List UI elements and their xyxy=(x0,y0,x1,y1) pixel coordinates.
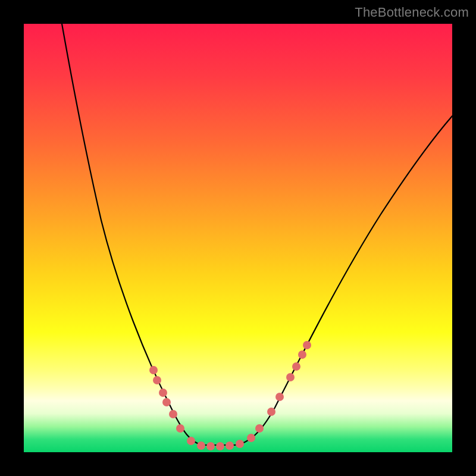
sample-dot xyxy=(149,366,158,374)
sample-dots-group xyxy=(149,341,311,450)
sample-dot xyxy=(187,437,195,445)
sample-dot xyxy=(153,376,161,384)
sample-dot xyxy=(267,408,275,416)
sample-dot xyxy=(236,440,244,448)
sample-dot xyxy=(286,373,295,381)
sample-dot xyxy=(159,389,167,397)
sample-dot xyxy=(176,424,184,433)
sample-dot xyxy=(275,393,284,401)
sample-dot xyxy=(303,341,311,349)
sample-dot xyxy=(255,424,264,433)
sample-dot xyxy=(298,350,306,359)
sample-dot xyxy=(247,434,255,442)
sample-dot xyxy=(162,398,171,406)
sample-dot xyxy=(206,442,215,450)
chart-frame: TheBottleneck.com xyxy=(0,0,476,476)
watermark-text: TheBottleneck.com xyxy=(355,5,469,20)
sample-dot xyxy=(216,442,224,450)
bottleneck-curve xyxy=(62,24,452,445)
sample-dot xyxy=(292,362,300,371)
curve-layer xyxy=(24,24,452,452)
sample-dot xyxy=(169,410,177,418)
plot-area xyxy=(24,24,452,452)
sample-dot xyxy=(197,441,205,450)
sample-dot xyxy=(226,441,234,450)
